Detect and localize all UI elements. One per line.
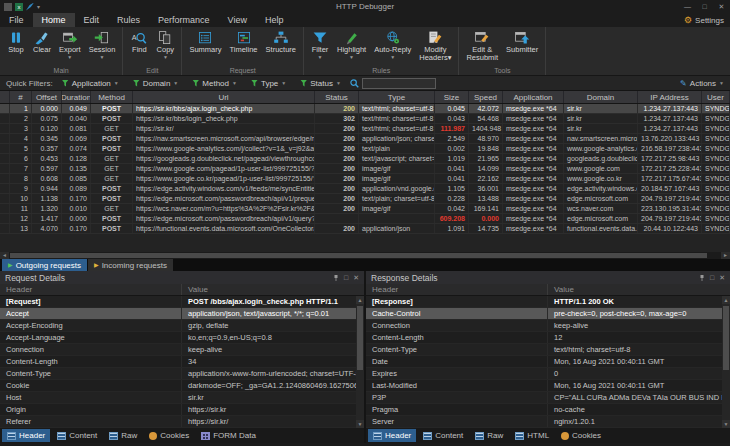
header-row-p3p[interactable]: P3P CP="ALL CURa ADMa DEVa TAIa OUR BUS … (366, 392, 730, 404)
ribbon-button-export[interactable]: Export ▼ (56, 28, 84, 61)
tab-header[interactable]: Header (2, 429, 50, 442)
scroll-down-icon[interactable]: ▼ (356, 420, 364, 428)
maximize-button[interactable]: □ (696, 0, 713, 13)
pin-icon[interactable] (699, 274, 705, 282)
ribbon-button-submitter[interactable]: Submitter (503, 28, 541, 55)
header-row-pragma[interactable]: Pragma no-cache (366, 404, 730, 416)
ribbon-button-modifyheaders[interactable]: Modify Headers▾ (416, 28, 454, 63)
request-row[interactable]: 11 1.320 0.010 GET https://wcs.naver.com… (0, 204, 730, 214)
col-ip[interactable]: IP Address (638, 91, 702, 103)
ribbon-button-auto-reply[interactable]: Auto-Reply ▼ (371, 28, 414, 61)
hscroll-thumb[interactable] (10, 253, 707, 258)
request-row[interactable]: 2 0.075 0.040 POST https://sir.kr/bbs/lo… (0, 114, 730, 124)
tab-html[interactable]: HTML (510, 429, 554, 442)
quick-filter-domain[interactable]: Domain ▼ (133, 79, 179, 88)
minimize-button[interactable]: — (679, 0, 696, 13)
ribbon-button-timeline[interactable]: Timeline (226, 28, 260, 55)
header-row-connection[interactable]: Connection keep-alive (366, 320, 730, 332)
maximize-panel-icon[interactable]: □ (344, 274, 348, 281)
pin-icon[interactable] (333, 274, 339, 282)
request-row[interactable]: 10 1.138 0.170 POST https://edge.microso… (0, 194, 730, 204)
col-status[interactable]: Status (315, 91, 359, 103)
actions-button[interactable]: ✎ Actions ▼ (680, 79, 724, 88)
header-row-content-type[interactable]: Content-Type application/x-www-form-urle… (0, 368, 364, 380)
ribbon-button-structure[interactable]: Structure (263, 28, 299, 55)
vscroll-thumb[interactable] (357, 306, 363, 370)
header-row-cookie[interactable]: Cookie darkmode=OFF; _ga=GA1.2.124086046… (0, 380, 364, 392)
header-row-content-length[interactable]: Content-Length 12 (366, 332, 730, 344)
vscroll-thumb[interactable] (723, 306, 729, 370)
scroll-up-icon[interactable]: ▲ (722, 296, 730, 304)
quick-filter-application[interactable]: Application ▼ (62, 79, 119, 88)
header-row-server[interactable]: Server nginx/1.20.1 (366, 416, 730, 428)
col-offset[interactable]: Offset (32, 91, 62, 103)
request-row[interactable]: 1 0.000 0.049 POST https://sir.kr/bbs/aj… (0, 104, 730, 114)
menu-performance[interactable]: Performance (149, 13, 219, 27)
col-type[interactable]: Type (359, 91, 435, 103)
header-row-content-length[interactable]: Content-Length 34 (0, 356, 364, 368)
col-speed[interactable]: Speed (469, 91, 503, 103)
ribbon-button-find[interactable]: A Find (127, 28, 151, 55)
ribbon-button-summary[interactable]: Summary (186, 28, 224, 55)
ribbon-button-copy[interactable]: Copy ▼ (153, 28, 177, 61)
scroll-right-icon[interactable]: ► (721, 252, 730, 259)
close-panel-icon[interactable]: ✕ (353, 274, 359, 282)
header-row-host[interactable]: Host sir.kr (0, 392, 364, 404)
quick-filter-status[interactable]: Status ▼ (300, 79, 341, 88)
col-application[interactable]: Application (503, 91, 564, 103)
ribbon-button-clear[interactable]: Clear (30, 28, 54, 55)
quick-filter-type[interactable]: Type ▼ (251, 79, 286, 88)
clear-quick-icon[interactable] (26, 3, 34, 11)
search-input[interactable] (362, 78, 436, 89)
request-row[interactable]: 6 0.453 0.128 GET https://googleads.g.do… (0, 154, 730, 164)
request-row[interactable]: 9 0.944 0.089 POST https://edge.activity… (0, 184, 730, 194)
header-row-date[interactable]: Date Mon, 16 Aug 2021 00:40:11 GMT (366, 356, 730, 368)
header-row-origin[interactable]: Origin https://sir.kr (0, 404, 364, 416)
menu-file[interactable]: File (0, 13, 33, 27)
menu-help[interactable]: Help (256, 13, 293, 27)
request-row[interactable]: 4 0.345 0.069 POST https://nav.smartscre… (0, 134, 730, 144)
settings-button[interactable]: ⚙ Settings (684, 13, 730, 27)
col-url[interactable]: Url (133, 91, 315, 103)
tab-content[interactable]: Content (418, 429, 468, 442)
header-row-connection[interactable]: Connection keep-alive (0, 344, 364, 356)
header-row-request[interactable]: [Request] POST /bbs/ajax.login_check.php… (0, 296, 364, 308)
scroll-left-icon[interactable]: ◄ (0, 252, 9, 259)
header-row-content-type[interactable]: Content-Type text/html; charset=utf-8 (366, 344, 730, 356)
header-row-response[interactable]: [Response] HTTP/1.1 200 OK (366, 296, 730, 308)
request-row[interactable]: 13 4.070 0.170 POST https://functional.e… (0, 224, 730, 234)
close-panel-icon[interactable]: ✕ (719, 274, 725, 282)
col-domain[interactable]: Domain (564, 91, 638, 103)
tab-raw[interactable]: Raw (104, 429, 142, 442)
excel-export-icon[interactable]: x (15, 3, 23, 11)
tab-content[interactable]: Content (52, 429, 102, 442)
col-user[interactable]: User (702, 91, 730, 103)
tab-outgoing-requests[interactable]: ▶ Outgoing requests (2, 259, 87, 271)
maximize-panel-icon[interactable]: □ (710, 274, 714, 281)
col-num[interactable]: # (10, 91, 32, 103)
col-method[interactable]: Method (91, 91, 133, 103)
request-row[interactable]: 8 0.608 0.085 GET https://www.google.co.… (0, 174, 730, 184)
col-size[interactable]: Size (435, 91, 469, 103)
scroll-down-icon[interactable]: ▼ (722, 420, 730, 428)
tab-header[interactable]: Header (368, 429, 416, 442)
col-duration[interactable]: Duration (62, 91, 91, 103)
header-row-cache-control[interactable]: Cache-Control pre-check=0, post-check=0,… (366, 308, 730, 320)
tab-cookies[interactable]: Cookies (144, 429, 194, 442)
header-row-expires[interactable]: Expires 0 (366, 368, 730, 380)
qat-dropdown-icon[interactable]: ▾ (37, 3, 40, 10)
close-button[interactable]: ✕ (713, 0, 730, 13)
menu-view[interactable]: View (219, 13, 256, 27)
header-row-accept[interactable]: Accept application/json, text/javascript… (0, 308, 364, 320)
ribbon-button-filter[interactable]: Filter ▼ (308, 28, 332, 61)
menu-rules[interactable]: Rules (108, 13, 149, 27)
ribbon-button-session[interactable]: Session ▼ (86, 28, 119, 61)
header-row-accept-encoding[interactable]: Accept-Encoding gzip, deflate (0, 320, 364, 332)
header-row-referer[interactable]: Referer https://sir.kr/ (0, 416, 364, 428)
ribbon-button-highlight[interactable]: Highlight ▼ (334, 28, 369, 61)
scroll-up-icon[interactable]: ▲ (356, 296, 364, 304)
ribbon-button-stop[interactable]: Stop (4, 28, 28, 55)
header-row-accept-language[interactable]: Accept-Language ko,en;q=0.9,en-US;q=0.8 (0, 332, 364, 344)
ribbon-button-edit-resubmit[interactable]: Edit & Resubmit (463, 28, 501, 63)
tab-incoming-requests[interactable]: ▶ Incoming requests (88, 259, 173, 271)
